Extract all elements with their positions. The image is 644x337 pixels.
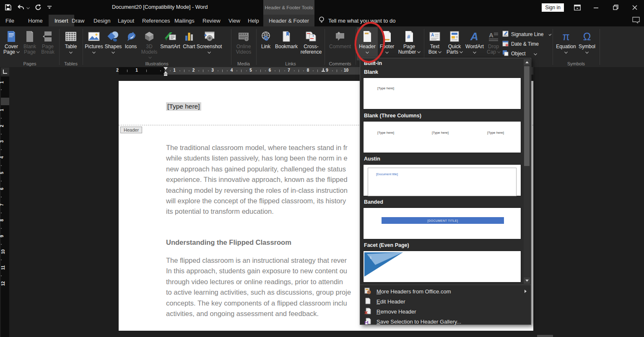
symbol-button[interactable]: Ω Symbol	[577, 27, 597, 60]
date-time-button[interactable]: Date & Time	[502, 40, 551, 48]
body-line: concepts. The key components of a flippe…	[166, 299, 351, 310]
tab-view[interactable]: View	[227, 15, 242, 26]
ribbon: Cover Page Blank Page Page Break Pages T…	[0, 26, 644, 67]
tell-me-box[interactable]: Tell me what you want to do	[319, 15, 395, 26]
gallery-item-banded[interactable]: [DOCUMENT TITLE]	[363, 207, 521, 239]
gallery-item-facet-even-page[interactable]: 1	[363, 251, 521, 283]
link-icon	[260, 29, 271, 44]
body-line: its potential to transform education.	[166, 207, 348, 218]
undo-chevron-icon[interactable]	[26, 6, 30, 9]
cross-reference-button[interactable]: Cross-reference	[299, 27, 324, 60]
body-line: The flipped classroom is an instructiona…	[166, 257, 351, 267]
link-button[interactable]: Link	[257, 27, 274, 60]
save-icon[interactable]	[5, 4, 11, 10]
header-button[interactable]: Header	[357, 27, 378, 60]
lightbulb-icon	[319, 16, 325, 25]
sign-in-button[interactable]: Sign in	[542, 3, 564, 12]
submenu-arrow-icon	[525, 290, 527, 293]
screenshot-button[interactable]: Screenshot	[197, 27, 221, 60]
3d-models-icon	[144, 29, 155, 44]
tab-home[interactable]: Home	[26, 15, 44, 26]
page-number-button[interactable]: # Page Number	[396, 27, 422, 60]
blank-page-icon	[25, 29, 35, 44]
shapes-button[interactable]: Shapes	[104, 27, 122, 60]
gallery-label-blank: Blank	[364, 69, 378, 75]
drop-cap-button: A Drop Cap	[485, 27, 502, 60]
signature-line-icon	[502, 31, 509, 38]
scroll-up-icon[interactable]	[524, 59, 530, 65]
body-line: to active learning activities, such as d…	[166, 288, 351, 299]
feedback-bubble-icon[interactable]	[632, 17, 640, 25]
horizontal-scrollbar-thumb[interactable]	[537, 335, 553, 337]
body-line: experience. This innovative approach, kn…	[166, 176, 348, 186]
hanging-indent-marker[interactable]	[164, 71, 168, 74]
undo-button[interactable]	[17, 5, 29, 10]
scroll-down-icon[interactable]	[524, 277, 530, 284]
svg-text:1: 1	[370, 256, 372, 259]
ribbon-tabs-bar: File Home Insert Draw Design Layout Refe…	[0, 15, 644, 26]
header-type-here-field[interactable]: [Type here]	[166, 102, 201, 111]
quick-parts-button[interactable]: Quick Parts	[444, 27, 465, 60]
table-button[interactable]: Table	[61, 27, 81, 60]
gallery-item-austin[interactable]: [Document title]	[363, 164, 521, 196]
v-ruler-margin-marker	[1, 98, 9, 105]
gallery-scrollbar[interactable]	[524, 59, 530, 284]
bookmark-button[interactable]: Bookmark	[274, 27, 299, 60]
table-icon	[65, 29, 77, 44]
chart-button[interactable]: Chart	[181, 27, 197, 60]
tab-references[interactable]: References	[140, 15, 171, 26]
tab-layout[interactable]: Layout	[116, 15, 136, 26]
menu-item-edit-header[interactable]: Edit Header	[361, 296, 530, 306]
gallery-group-title: Built-in	[364, 60, 382, 66]
tab-draw[interactable]: Draw	[70, 15, 86, 26]
redo-icon[interactable]	[35, 4, 42, 10]
tell-me-label: Tell me what you want to do	[328, 18, 395, 24]
cover-page-button[interactable]: Cover Page	[2, 27, 21, 60]
screenshot-icon	[203, 29, 215, 44]
close-button[interactable]	[628, 0, 642, 15]
footer-button[interactable]: Footer	[378, 27, 396, 60]
3d-models-button: 3D Models	[139, 27, 159, 60]
minimize-button[interactable]	[589, 0, 603, 15]
tab-help[interactable]: Help	[246, 15, 261, 26]
cross-reference-icon	[305, 29, 317, 44]
group-label-symbols: Symbols	[554, 61, 598, 66]
page-number-icon: #	[404, 29, 414, 44]
gallery-item-blank-three-columns[interactable]: [Type here] [Type here] [Type here]	[363, 121, 521, 153]
shapes-icon	[107, 29, 119, 44]
wordart-button[interactable]: A WordArt	[465, 27, 485, 60]
online-videos-button: Online Videos	[233, 27, 254, 60]
edit-header-icon	[364, 298, 371, 306]
object-button[interactable]: Object	[502, 49, 551, 57]
menu-item-save-selection[interactable]: Save Selection to Header Gallery...	[361, 316, 530, 327]
equation-button[interactable]: π Equation	[555, 27, 577, 60]
customize-qat-icon[interactable]	[47, 5, 52, 10]
header-gallery-dropdown: Built-in Blank [Type here] Blank (Three …	[360, 58, 531, 325]
gallery-item-blank[interactable]: [Type here]	[363, 78, 521, 109]
restore-button[interactable]	[608, 0, 623, 15]
first-line-indent-marker[interactable]	[164, 67, 168, 70]
tab-file[interactable]: File	[4, 15, 16, 26]
tab-review[interactable]: Review	[201, 15, 222, 26]
left-indent-marker[interactable]	[164, 74, 167, 76]
group-comments: Comment Comments	[326, 26, 354, 67]
body-line: The traditional classroom model, where t…	[166, 144, 348, 154]
signature-line-button[interactable]: Signature Line	[502, 30, 551, 38]
ribbon-display-options-icon[interactable]	[570, 0, 584, 15]
text-box-button[interactable]: A Text Box	[425, 27, 444, 60]
menu-item-remove-header[interactable]: Remove Header	[361, 306, 530, 316]
smartart-button[interactable]: SmartArt	[159, 27, 181, 60]
horizontal-ruler[interactable]: 2112345678910	[0, 67, 644, 75]
menu-item-more-headers[interactable]: More Headers from Office.com	[361, 286, 530, 296]
tab-header-footer[interactable]: Header & Footer	[263, 15, 314, 26]
pictures-button[interactable]: Pictures	[84, 27, 104, 60]
tab-design[interactable]: Design	[92, 15, 112, 26]
body-line: will explore the concept of the flipped …	[166, 197, 348, 207]
vertical-ruler[interactable]: 1123456789101112	[1, 77, 9, 337]
remove-header-icon	[364, 308, 371, 316]
date-time-icon	[502, 40, 509, 48]
scrollbar-thumb[interactable]	[524, 66, 530, 166]
icons-button[interactable]: Icons	[122, 27, 139, 60]
tab-mailings[interactable]: Mailings	[173, 15, 196, 26]
drop-cap-icon: A	[488, 29, 499, 44]
